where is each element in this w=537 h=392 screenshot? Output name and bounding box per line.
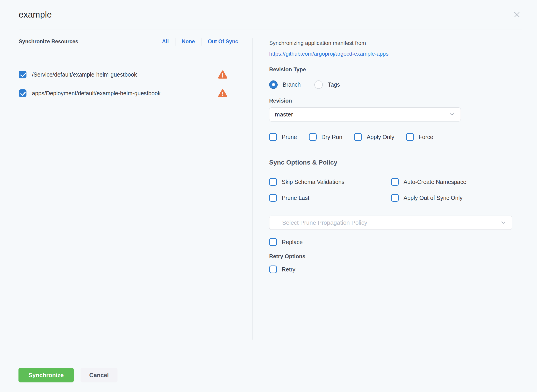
radio-button[interactable]	[314, 80, 323, 89]
filter-out-of-sync[interactable]: Out Of Sync	[207, 38, 239, 45]
sync-flags-row: PruneDry RunApply OnlyForce	[269, 131, 512, 143]
checkbox[interactable]	[391, 178, 399, 186]
warning-icon	[218, 70, 227, 79]
prune-policy-placeholder: - - Select Prune Propagation Policy - -	[275, 219, 374, 226]
checkbox[interactable]	[269, 194, 277, 202]
radio-branch[interactable]: Branch	[269, 80, 301, 89]
sync-options-grid: Skip Schema ValidationsAuto-Create Names…	[269, 176, 512, 204]
replace-row: Replace	[269, 236, 512, 248]
filter-separator	[175, 38, 176, 46]
resource-filters: AllNoneOut Of Sync	[161, 38, 239, 46]
sync-settings-panel: Synchronizing application manifest from …	[269, 38, 512, 276]
retry-options-heading: Retry Options	[269, 253, 512, 260]
chevron-down-icon	[500, 219, 506, 226]
checkbox[interactable]	[406, 133, 414, 141]
checkbox-force[interactable]: Force	[406, 133, 433, 141]
checkbox-prune[interactable]: Prune	[269, 133, 297, 141]
resources-panel: Synchronize Resources AllNoneOut Of Sync…	[19, 29, 239, 100]
checkbox-prune-last[interactable]: Prune Last	[269, 191, 391, 204]
checkbox-label: Apply Out of Sync Only	[404, 195, 462, 201]
resources-panel-header: Synchronize Resources AllNoneOut Of Sync	[19, 29, 239, 54]
warning-icon	[218, 89, 227, 97]
revision-type-group: BranchTags	[269, 78, 512, 91]
filter-none[interactable]: None	[181, 38, 196, 45]
resources-heading: Synchronize Resources	[19, 38, 78, 45]
checkbox[interactable]	[269, 238, 277, 246]
checkbox[interactable]	[309, 133, 317, 141]
checkbox-label: Dry Run	[321, 134, 342, 140]
checkbox-auto-create-namespace[interactable]: Auto-Create Namespace	[391, 176, 512, 188]
checkbox[interactable]	[269, 133, 277, 141]
checkbox-label: Force	[419, 134, 433, 140]
checkbox-label: Retry	[282, 266, 295, 273]
radio-button[interactable]	[269, 80, 278, 89]
checkbox-label: Auto-Create Namespace	[404, 179, 466, 185]
resource-list: /Service/default/example-helm-guestbooka…	[19, 68, 239, 100]
checkbox[interactable]	[19, 71, 26, 78]
revision-type-label: Revision Type	[269, 66, 512, 73]
checkbox[interactable]	[391, 194, 399, 202]
cancel-button[interactable]: Cancel	[81, 368, 118, 383]
retry-row: Retry	[269, 263, 512, 276]
radio-label: Branch	[283, 81, 301, 88]
panel-divider	[252, 38, 252, 340]
checkbox-apply-only[interactable]: Apply Only	[354, 133, 394, 141]
resource-label: apps/Deployment/default/example-helm-gue…	[32, 90, 161, 97]
chevron-down-icon	[449, 111, 455, 118]
sync-options-heading: Sync Options & Policy	[269, 159, 512, 166]
filter-all[interactable]: All	[161, 38, 170, 45]
page-title: example	[19, 10, 52, 20]
checkbox-replace[interactable]: Replace	[269, 238, 303, 246]
radio-tags[interactable]: Tags	[314, 80, 340, 89]
dialog-footer: Synchronize Cancel	[0, 362, 537, 383]
checkbox-label: Prune Last	[282, 195, 309, 201]
checkbox-label: Replace	[282, 239, 303, 245]
resource-row: /Service/default/example-helm-guestbook	[19, 68, 239, 81]
manifest-repo-link[interactable]: https://github.com/argoproj/argocd-examp…	[269, 50, 389, 58]
synchronize-button[interactable]: Synchronize	[19, 368, 74, 383]
checkbox-retry[interactable]: Retry	[269, 266, 295, 273]
dialog-header: example	[19, 0, 522, 29]
resource-label: /Service/default/example-helm-guestbook	[32, 71, 137, 78]
manifest-source-label: Synchronizing application manifest from	[269, 39, 512, 47]
close-icon[interactable]	[512, 9, 522, 20]
checkbox-label: Skip Schema Validations	[282, 179, 344, 185]
radio-label: Tags	[328, 81, 340, 88]
checkbox[interactable]	[19, 89, 26, 97]
checkbox-label: Prune	[282, 134, 297, 140]
checkbox-label: Apply Only	[367, 134, 394, 140]
footer-divider	[19, 362, 522, 362]
revision-select-value: master	[275, 111, 293, 118]
revision-label: Revision	[269, 97, 512, 104]
checkbox-apply-out-of-sync-only[interactable]: Apply Out of Sync Only	[391, 191, 512, 204]
checkbox[interactable]	[269, 266, 277, 273]
checkbox[interactable]	[269, 178, 277, 186]
checkbox-dry-run[interactable]: Dry Run	[309, 133, 342, 141]
revision-select[interactable]: master	[269, 107, 461, 121]
filter-separator	[201, 38, 201, 46]
resource-row: apps/Deployment/default/example-helm-gue…	[19, 87, 239, 100]
checkbox-skip-schema-validations[interactable]: Skip Schema Validations	[269, 176, 391, 188]
checkbox[interactable]	[354, 133, 362, 141]
prune-policy-select[interactable]: - - Select Prune Propagation Policy - -	[269, 216, 512, 230]
